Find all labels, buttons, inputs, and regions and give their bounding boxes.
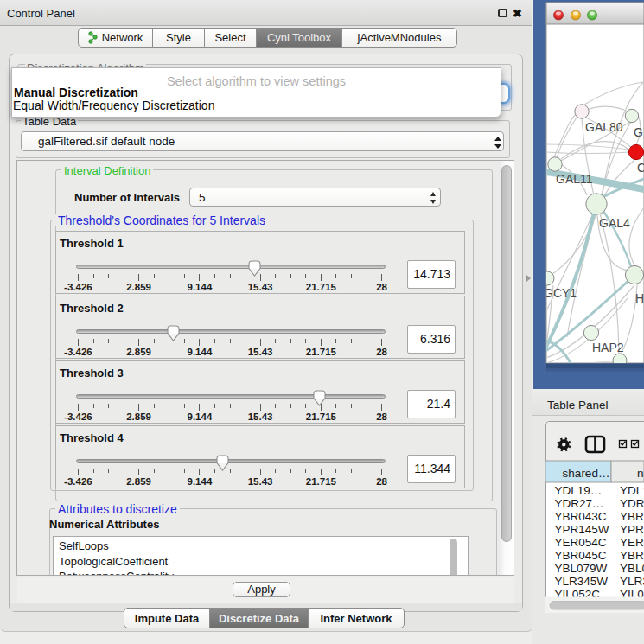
svg-text:YER0: YER0 [620,536,644,549]
svg-text:GAL4: GAL4 [599,216,630,230]
svg-text:GAL11: GAL11 [556,172,593,186]
svg-text:YPR1: YPR1 [620,523,644,536]
svg-text:YER054C: YER054C [555,536,607,549]
svg-text:YBL079W: YBL079W [555,562,608,575]
svg-text:YDR27…: YDR27… [555,497,604,510]
svg-text:C: C [637,161,644,175]
svg-text:G.: G. [634,125,644,139]
svg-text:YBR045C: YBR045C [555,549,607,562]
svg-text:YLR3: YLR3 [620,575,644,588]
svg-text:YBL0: YBL0 [620,562,644,575]
svg-text:YDL19…: YDL19… [555,484,603,497]
svg-text:YDR2: YDR2 [620,497,644,510]
svg-text:na: na [637,467,644,480]
svg-text:HAP2: HAP2 [592,341,624,354]
svg-text:YPR145W: YPR145W [555,523,609,536]
svg-text:YBR0: YBR0 [620,549,644,562]
svg-text:GCY1: GCY1 [544,286,577,300]
svg-text:GAL80: GAL80 [585,120,623,134]
svg-text:YDL1: YDL1 [620,484,644,497]
svg-text:H: H [635,291,644,305]
svg-text:YLR345W: YLR345W [555,575,609,588]
svg-text:shared…: shared… [563,467,610,480]
svg-text:YBR043C: YBR043C [555,510,607,523]
svg-text:YBR0: YBR0 [620,510,644,523]
